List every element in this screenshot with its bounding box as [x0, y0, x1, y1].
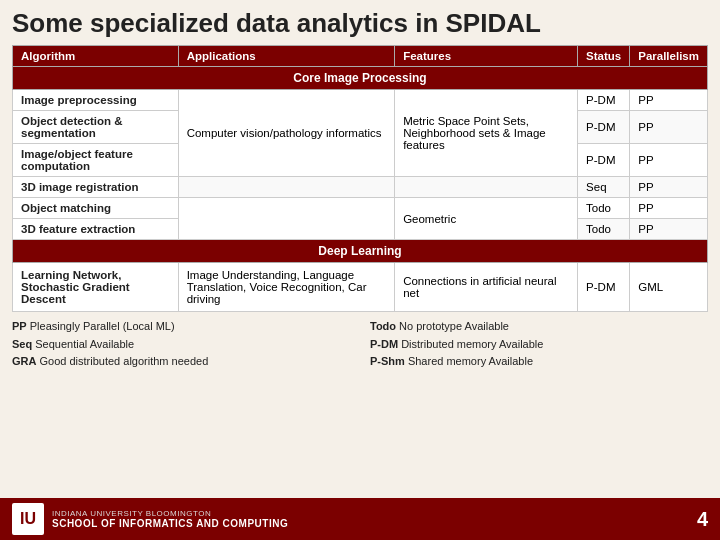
table-row: 3D image registration Seq PP [13, 177, 708, 198]
algo-cell: 3D feature extraction [13, 219, 179, 240]
status-cell: Todo [578, 198, 630, 219]
parallelism-cell: PP [630, 198, 708, 219]
feat-cell [395, 177, 578, 198]
parallelism-cell: PP [630, 177, 708, 198]
app-cell [178, 177, 394, 198]
algo-cell: Image/object feature computation [13, 144, 179, 177]
note-pp: PP Pleasingly Parallel (Local ML) [12, 318, 350, 335]
note-todo: Todo No prototype Available [370, 318, 708, 335]
parallelism-cell: PP [630, 144, 708, 177]
parallelism-cell: PP [630, 219, 708, 240]
notes-right: Todo No prototype Available P-DM Distrib… [370, 318, 708, 370]
app-cell: Image Understanding, Language Translatio… [178, 263, 394, 312]
status-cell: P-DM [578, 144, 630, 177]
algo-cell: 3D image registration [13, 177, 179, 198]
feat-cell: Connections in artificial neural net [395, 263, 578, 312]
footer-institution: INDIANA UNIVERSITY BLOOMINGTON SCHOOL OF… [52, 509, 288, 529]
note-pdm: P-DM Distributed memory Available [370, 336, 708, 353]
status-cell: Seq [578, 177, 630, 198]
feat-cell: Geometric [395, 198, 578, 240]
col-algorithm: Algorithm [13, 46, 179, 67]
core-section-header: Core Image Processing [13, 67, 708, 90]
col-features: Features [395, 46, 578, 67]
status-cell: P-DM [578, 111, 630, 144]
app-cell [178, 198, 394, 240]
notes-left: PP Pleasingly Parallel (Local ML) Seq Se… [12, 318, 350, 370]
table-row: Object matching Geometric Todo PP [13, 198, 708, 219]
col-parallelism: Parallelism [630, 46, 708, 67]
parallelism-cell: PP [630, 90, 708, 111]
status-cell: P-DM [578, 263, 630, 312]
note-pshm: P-Shm Shared memory Available [370, 353, 708, 370]
deep-section-header: Deep Learning [13, 240, 708, 263]
table-row: Learning Network, Stochastic Gradient De… [13, 263, 708, 312]
status-cell: Todo [578, 219, 630, 240]
algo-cell: Image preprocessing [13, 90, 179, 111]
app-cell: Computer vision/pathology informatics [178, 90, 394, 177]
deep-section-label: Deep Learning [13, 240, 708, 263]
footer: IU INDIANA UNIVERSITY BLOOMINGTON SCHOOL… [0, 498, 720, 540]
algo-cell: Learning Network, Stochastic Gradient De… [13, 263, 179, 312]
footer-logo: IU INDIANA UNIVERSITY BLOOMINGTON SCHOOL… [12, 503, 288, 535]
col-applications: Applications [178, 46, 394, 67]
core-section-label: Core Image Processing [13, 67, 708, 90]
table-header-row: Algorithm Applications Features Status P… [13, 46, 708, 67]
iu-logo-mark: IU [12, 503, 44, 535]
table-row: Image preprocessing Computer vision/path… [13, 90, 708, 111]
school-name: SCHOOL OF INFORMATICS AND COMPUTING [52, 518, 288, 529]
page-number: 4 [697, 508, 708, 531]
slide-title: Some specialized data analytics in SPIDA… [0, 0, 720, 45]
notes-section: PP Pleasingly Parallel (Local ML) Seq Se… [0, 312, 720, 374]
note-seq: Seq Sequential Available [12, 336, 350, 353]
note-gra: GRA Good distributed algorithm needed [12, 353, 350, 370]
col-status: Status [578, 46, 630, 67]
parallelism-cell: GML [630, 263, 708, 312]
algo-cell: Object detection & segmentation [13, 111, 179, 144]
main-table: Algorithm Applications Features Status P… [12, 45, 708, 312]
algo-cell: Object matching [13, 198, 179, 219]
status-cell: P-DM [578, 90, 630, 111]
parallelism-cell: PP [630, 111, 708, 144]
feat-cell: Metric Space Point Sets, Neighborhood se… [395, 90, 578, 177]
university-name: INDIANA UNIVERSITY BLOOMINGTON [52, 509, 288, 518]
slide-page: Some specialized data analytics in SPIDA… [0, 0, 720, 540]
